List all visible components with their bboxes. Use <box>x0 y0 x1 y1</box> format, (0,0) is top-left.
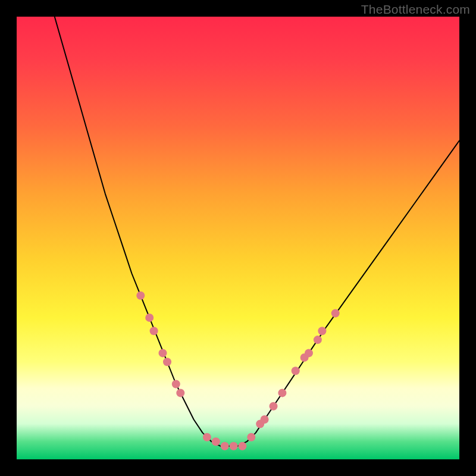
data-marker <box>203 433 211 441</box>
chart-frame: TheBottleneck.com <box>0 0 476 476</box>
data-marker <box>305 349 313 357</box>
data-marker <box>230 442 238 450</box>
data-marker <box>292 367 300 375</box>
data-marker <box>278 389 286 397</box>
data-marker <box>145 314 154 322</box>
bottleneck-curve <box>52 17 460 446</box>
data-marker <box>261 415 269 424</box>
data-marker <box>318 327 326 335</box>
chart-plot-area <box>17 17 459 459</box>
data-marker <box>247 433 255 441</box>
data-marker <box>212 437 220 446</box>
data-marker <box>238 442 246 450</box>
data-marker <box>150 327 158 335</box>
chart-svg <box>17 17 459 459</box>
data-marker <box>221 442 229 450</box>
data-marker <box>331 309 340 318</box>
data-marker <box>176 389 184 397</box>
data-marker <box>136 292 145 300</box>
watermark-text: TheBottleneck.com <box>361 2 470 17</box>
data-marker <box>163 358 171 366</box>
data-marker <box>172 380 180 389</box>
data-marker <box>159 349 167 357</box>
data-marker <box>314 336 322 344</box>
data-marker <box>270 402 278 411</box>
